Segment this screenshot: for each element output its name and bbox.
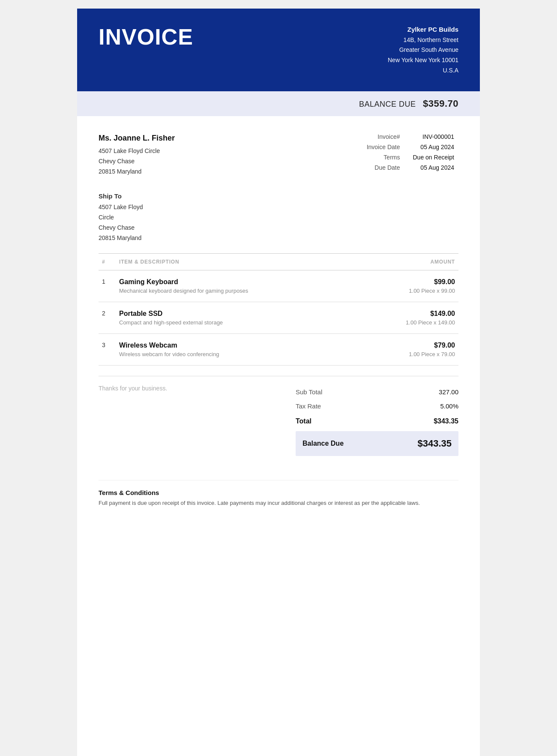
ship-to-address-2: Circle (99, 213, 458, 223)
item-amount-2: $149.00 1.00 Piece x 149.00 (381, 302, 458, 334)
item-num-2: 2 (99, 302, 116, 334)
invoice-date-value: 05 Aug 2024 (408, 142, 458, 152)
invoice-title: INVOICE (99, 24, 193, 50)
item-num-1: 1 (99, 270, 116, 302)
item-desc-2: Compact and high-speed external storage (119, 319, 378, 326)
tax-rate-label: Tax Rate (296, 402, 321, 410)
invoice-meta: Invoice# INV-000001 Invoice Date 05 Aug … (362, 132, 458, 177)
invoice-body: Ms. Joanne L. Fisher 4507 Lake Floyd Cir… (77, 116, 480, 523)
table-row: 1 Gaming Keyboard Mechanical keyboard de… (99, 270, 458, 302)
item-name-2: Portable SSD (119, 310, 378, 318)
company-address-4: U.S.A (388, 66, 458, 76)
col-header-num: # (99, 254, 116, 270)
subtotal-row: Sub Total 327.00 (296, 385, 458, 399)
billing-address-2: Chevy Chase (99, 156, 175, 167)
ship-to-label: Ship To (99, 191, 458, 202)
total-label: Total (296, 417, 311, 425)
table-row: 2 Portable SSD Compact and high-speed ex… (99, 302, 458, 334)
meta-invoice-num-row: Invoice# INV-000001 (362, 132, 458, 142)
top-section: Ms. Joanne L. Fisher 4507 Lake Floyd Cir… (99, 132, 458, 177)
invoice-container: INVOICE Zylker PC Builds 14B, Northern S… (77, 9, 480, 756)
terms-title: Terms & Conditions (99, 489, 458, 496)
terms-section: Terms & Conditions Full payment is due u… (99, 480, 458, 508)
item-details-3: Wireless Webcam Wireless webcam for vide… (116, 334, 381, 366)
meta-invoice-date-row: Invoice Date 05 Aug 2024 (362, 142, 458, 152)
meta-terms-row: Terms Due on Receipt (362, 152, 458, 162)
totals-section: Sub Total 327.00 Tax Rate 5.00% Total $3… (296, 385, 458, 456)
item-calc-2: 1.00 Piece x 149.00 (385, 319, 455, 326)
invoice-num-label: Invoice# (362, 132, 409, 142)
item-amount-3: $79.00 1.00 Piece x 79.00 (381, 334, 458, 366)
balance-banner-label: BALANCE DUE (359, 100, 416, 108)
item-calc-3: 1.00 Piece x 79.00 (385, 351, 455, 357)
due-date-label: Due Date (362, 162, 409, 173)
col-header-item: ITEM & DESCRIPTION (116, 254, 381, 270)
item-desc-1: Mechanical keyboard designed for gaming … (119, 288, 378, 294)
company-address-2: Greater South Avenue (388, 45, 458, 55)
total-row: Total $343.35 (296, 413, 458, 429)
meta-due-date-row: Due Date 05 Aug 2024 (362, 162, 458, 173)
ship-to-address-1: 4507 Lake Floyd (99, 202, 458, 213)
balance-due-row: Balance Due $343.35 (296, 431, 458, 456)
company-address-3: New York New York 10001 (388, 55, 458, 66)
item-price-2: $149.00 (385, 310, 455, 318)
billing-name: Ms. Joanne L. Fisher (99, 132, 175, 145)
terms-text: Full payment is due upon receipt of this… (99, 499, 458, 508)
tax-rate-value: 5.00% (440, 402, 458, 410)
balance-banner: BALANCE DUE $359.70 (77, 91, 480, 116)
subtotal-label: Sub Total (296, 388, 322, 396)
due-date-value: 05 Aug 2024 (408, 162, 458, 173)
item-num-3: 3 (99, 334, 116, 366)
item-details-2: Portable SSD Compact and high-speed exte… (116, 302, 381, 334)
company-info: Zylker PC Builds 14B, Northern Street Gr… (388, 24, 458, 76)
table-header-row: # ITEM & DESCRIPTION AMOUNT (99, 254, 458, 270)
subtotal-value: 327.00 (439, 388, 458, 396)
item-price-3: $79.00 (385, 342, 455, 349)
ship-to-address-4: 20815 Maryland (99, 233, 458, 243)
item-name-3: Wireless Webcam (119, 342, 378, 349)
terms-label: Terms (362, 152, 409, 162)
item-price-1: $99.00 (385, 278, 455, 286)
company-name: Zylker PC Builds (388, 24, 458, 35)
balance-due-label: Balance Due (302, 440, 344, 447)
thanks-note: Thanks for your business. (99, 385, 167, 392)
col-header-amount: AMOUNT (381, 254, 458, 270)
footer-section: Thanks for your business. Sub Total 327.… (99, 376, 458, 465)
terms-value: Due on Receipt (408, 152, 458, 162)
billing-address-1: 4507 Lake Floyd Circle (99, 146, 175, 156)
ship-to-address-3: Chevy Chase (99, 223, 458, 233)
billing-info: Ms. Joanne L. Fisher 4507 Lake Floyd Cir… (99, 132, 175, 177)
item-name-1: Gaming Keyboard (119, 278, 378, 286)
items-table: # ITEM & DESCRIPTION AMOUNT 1 Gaming Key… (99, 253, 458, 366)
billing-address-3: 20815 Maryland (99, 167, 175, 177)
tax-row: Tax Rate 5.00% (296, 399, 458, 413)
ship-to: Ship To 4507 Lake Floyd Circle Chevy Cha… (99, 191, 458, 243)
item-desc-3: Wireless webcam for video conferencing (119, 351, 378, 357)
balance-banner-amount: $359.70 (423, 98, 458, 109)
item-details-1: Gaming Keyboard Mechanical keyboard desi… (116, 270, 381, 302)
invoice-num-value: INV-000001 (408, 132, 458, 142)
company-address-1: 14B, Northern Street (388, 35, 458, 45)
invoice-header: INVOICE Zylker PC Builds 14B, Northern S… (77, 9, 480, 91)
invoice-date-label: Invoice Date (362, 142, 409, 152)
table-row: 3 Wireless Webcam Wireless webcam for vi… (99, 334, 458, 366)
total-value: $343.35 (434, 417, 458, 425)
item-amount-1: $99.00 1.00 Piece x 99.00 (381, 270, 458, 302)
item-calc-1: 1.00 Piece x 99.00 (385, 288, 455, 294)
balance-due-value: $343.35 (417, 438, 452, 449)
